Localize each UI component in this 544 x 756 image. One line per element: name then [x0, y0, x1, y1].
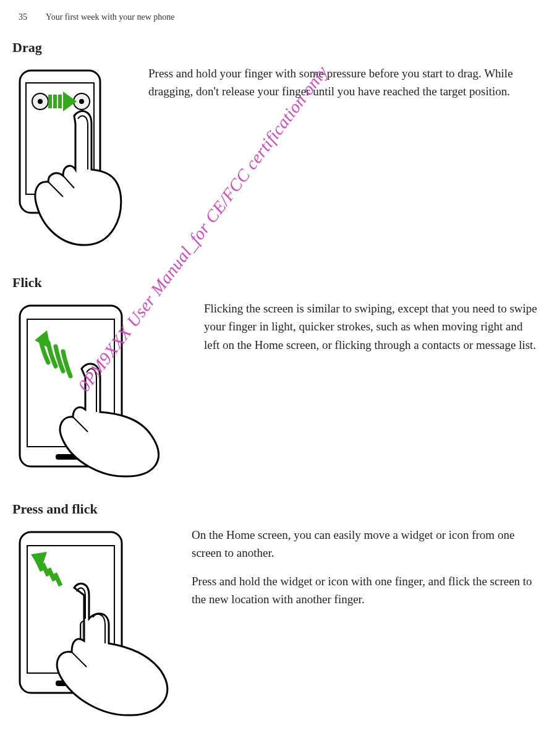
illustration-drag: [12, 64, 148, 250]
section-title-drag: Drag: [12, 40, 538, 56]
chapter-title: Your first week with your new phone: [46, 12, 175, 22]
page: 35 Your first week with your new phone D…: [0, 0, 544, 756]
section-desc-drag: Press and hold your finger with some pre…: [148, 64, 538, 111]
section-press-and-flick: Press and flick: [0, 501, 544, 718]
section-desc-press-and-flick: On the Home screen, you can easily move …: [192, 526, 538, 619]
svg-rect-7: [48, 95, 52, 108]
section-title-flick: Flick: [12, 275, 538, 291]
illustration-press-and-flick: [12, 526, 192, 718]
section-flick: Flick: [0, 275, 544, 479]
paragraph: Press and hold your finger with some pre…: [148, 64, 538, 101]
svg-point-4: [38, 99, 43, 104]
section-title-press-and-flick: Press and flick: [12, 501, 538, 517]
paragraph: Flicking the screen is similar to swipin…: [204, 299, 538, 354]
svg-rect-8: [53, 95, 57, 108]
svg-rect-9: [58, 95, 62, 108]
page-header: 35 Your first week with your new phone: [0, 12, 544, 22]
svg-point-6: [79, 99, 84, 104]
paragraph: Press and hold the widget or icon with o…: [192, 572, 538, 609]
paragraph: On the Home screen, you can easily move …: [192, 526, 538, 562]
press-and-flick-gesture-icon: [12, 526, 192, 718]
drag-gesture-icon: [12, 64, 148, 250]
flick-gesture-icon: [12, 299, 204, 479]
section-drag: Drag: [0, 40, 544, 250]
section-body-press-and-flick: On the Home screen, you can easily move …: [12, 526, 538, 718]
illustration-flick: [12, 299, 204, 479]
section-desc-flick: Flicking the screen is similar to swipin…: [204, 299, 538, 364]
section-body-flick: Flicking the screen is similar to swipin…: [12, 299, 538, 479]
page-number: 35: [19, 12, 27, 22]
section-body-drag: Press and hold your finger with some pre…: [12, 64, 538, 250]
